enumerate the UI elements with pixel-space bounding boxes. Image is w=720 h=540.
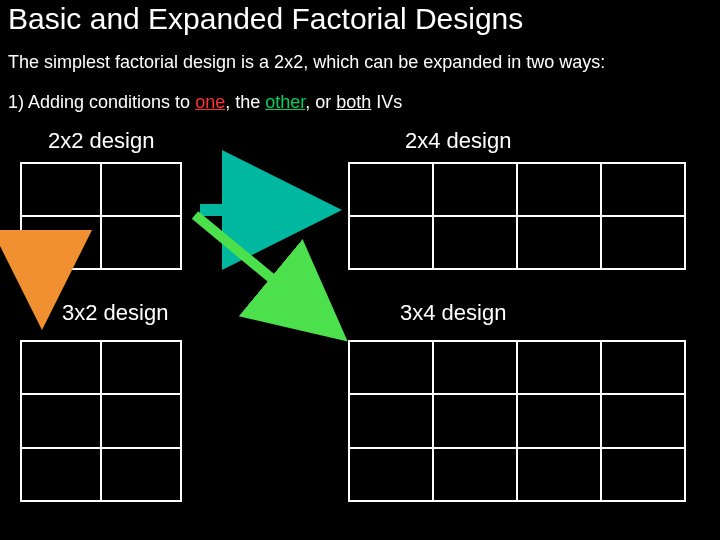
expansion-rule-text: 1) Adding conditions to one, the other, … bbox=[8, 92, 402, 113]
subtitle-text: The simplest factorial design is a 2x2, … bbox=[8, 52, 605, 73]
label-3x4-design: 3x4 design bbox=[400, 300, 506, 326]
page-title: Basic and Expanded Factorial Designs bbox=[8, 2, 523, 36]
grid-3x4 bbox=[348, 340, 686, 502]
slide: Basic and Expanded Factorial Designs The… bbox=[0, 0, 720, 540]
grid-2x4 bbox=[348, 162, 686, 270]
grid-3x2 bbox=[20, 340, 182, 502]
both-white-underline: both bbox=[336, 92, 371, 112]
text-prefix: 1) Adding conditions to bbox=[8, 92, 195, 112]
text-sep1: , the bbox=[225, 92, 265, 112]
grid-2x2 bbox=[20, 162, 182, 270]
other-green-underline: other bbox=[265, 92, 305, 112]
label-2x4-design: 2x4 design bbox=[405, 128, 511, 154]
text-sep2: , or bbox=[305, 92, 336, 112]
arrow-2x2-to-3x4-icon bbox=[195, 215, 340, 335]
one-red-underline: one bbox=[195, 92, 225, 112]
label-2x2-design: 2x2 design bbox=[48, 128, 154, 154]
text-suffix: IVs bbox=[371, 92, 402, 112]
label-3x2-design: 3x2 design bbox=[62, 300, 168, 326]
